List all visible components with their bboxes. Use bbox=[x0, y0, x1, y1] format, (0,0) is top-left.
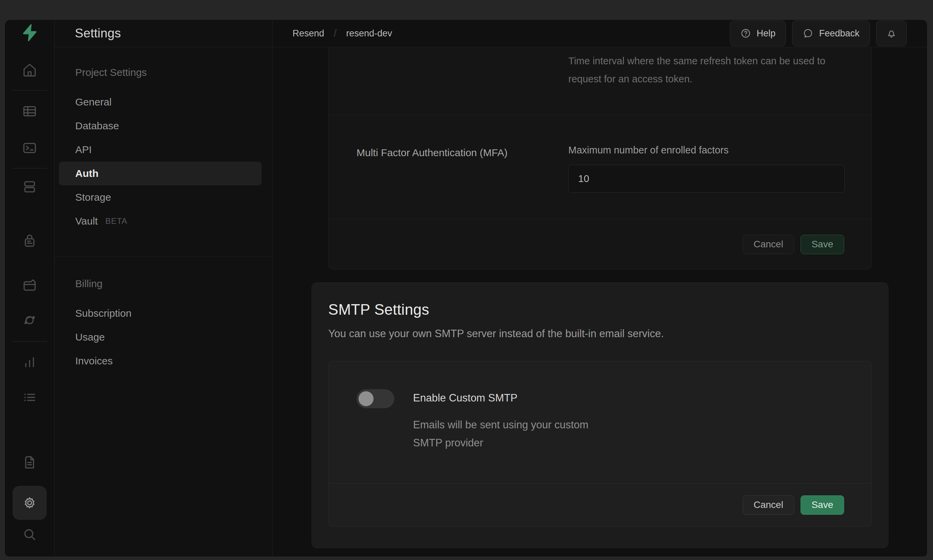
page-title: Settings bbox=[75, 26, 121, 40]
max-enrolled-factors-label: Maximum number of enrolled factors bbox=[568, 145, 845, 156]
bar-chart-icon bbox=[22, 354, 37, 370]
notifications-button[interactable] bbox=[876, 20, 907, 46]
nav-item-auth[interactable]: Auth bbox=[59, 162, 262, 185]
mfa-field-group: Maximum number of enrolled factors bbox=[568, 115, 845, 219]
smtp-settings-description: You can use your own SMTP server instead… bbox=[328, 328, 872, 340]
sidebar-item-storage[interactable] bbox=[5, 277, 54, 293]
header-actions: Help Feedback bbox=[730, 20, 907, 46]
refresh-token-row: Time interval where the same refresh tok… bbox=[328, 47, 871, 115]
smtp-cancel-button[interactable]: Cancel bbox=[743, 495, 794, 515]
list-icon bbox=[22, 389, 37, 405]
smtp-card-footer: Cancel Save bbox=[328, 483, 871, 526]
edge-functions-icon bbox=[22, 312, 37, 328]
rail-divider bbox=[12, 341, 47, 342]
nav-section-billing: Billing bbox=[54, 274, 272, 293]
nav-item-storage[interactable]: Storage bbox=[54, 185, 272, 209]
sidebar-item-logs[interactable] bbox=[5, 389, 54, 405]
icon-rail bbox=[5, 20, 54, 557]
nav-item-subscription[interactable]: Subscription bbox=[54, 302, 272, 325]
refresh-token-help-text: Time interval where the same refresh tok… bbox=[568, 52, 841, 88]
chat-bubble-icon bbox=[803, 28, 813, 39]
rail-divider bbox=[12, 168, 47, 168]
help-circle-icon bbox=[740, 28, 751, 39]
table-icon bbox=[22, 103, 37, 119]
sidebar-item-database[interactable] bbox=[5, 179, 54, 195]
main-column: Resend / resend-dev Help Feedback bbox=[273, 20, 927, 557]
sidebar-item-home[interactable] bbox=[5, 62, 54, 78]
auth-cancel-button[interactable]: Cancel bbox=[743, 235, 794, 254]
sidebar-item-edge-functions[interactable] bbox=[5, 312, 54, 328]
home-icon bbox=[22, 62, 37, 78]
breadcrumb-project[interactable]: resend-dev bbox=[346, 28, 392, 39]
nav-item-vault[interactable]: Vault BETA bbox=[54, 209, 272, 233]
nav-divider bbox=[54, 256, 272, 257]
settings-nav: Settings Project Settings General Databa… bbox=[54, 20, 273, 557]
rail-divider bbox=[12, 90, 47, 91]
sidebar-item-api-docs[interactable] bbox=[5, 455, 54, 470]
nav-item-database[interactable]: Database bbox=[54, 114, 272, 138]
settings-nav-body: Project Settings General Database API Au… bbox=[54, 47, 272, 373]
beta-badge: BETA bbox=[105, 216, 127, 226]
smtp-save-button[interactable]: Save bbox=[800, 495, 844, 515]
search-icon bbox=[22, 527, 37, 542]
database-icon bbox=[22, 179, 37, 195]
content-area: Time interval where the same refresh tok… bbox=[273, 47, 927, 557]
document-icon bbox=[22, 455, 37, 470]
enable-custom-smtp-label: Enable Custom SMTP bbox=[413, 392, 617, 404]
auth-save-button[interactable]: Save bbox=[800, 235, 844, 254]
mfa-row: Multi Factor Authentication (MFA) Maximu… bbox=[328, 115, 871, 219]
nav-item-invoices[interactable]: Invoices bbox=[54, 349, 272, 373]
mfa-section-label: Multi Factor Authentication (MFA) bbox=[356, 115, 568, 219]
sidebar-item-reports[interactable] bbox=[5, 354, 54, 370]
breadcrumb-org[interactable]: Resend bbox=[293, 28, 324, 39]
lock-icon bbox=[22, 233, 37, 249]
sidebar-item-search[interactable] bbox=[5, 527, 54, 542]
nav-section-project-settings: Project Settings bbox=[54, 63, 272, 82]
breadcrumb-separator: / bbox=[334, 28, 336, 39]
enable-custom-smtp-toggle[interactable] bbox=[356, 389, 394, 408]
max-enrolled-factors-input[interactable] bbox=[568, 165, 845, 192]
smtp-settings-panel: SMTP Settings You can use your own SMTP … bbox=[312, 282, 888, 548]
toggle-knob bbox=[359, 391, 373, 406]
feedback-button[interactable]: Feedback bbox=[792, 20, 870, 46]
toggle-text-group: Enable Custom SMTP Emails will be sent u… bbox=[413, 389, 617, 483]
nav-item-general[interactable]: General bbox=[54, 90, 272, 114]
smtp-settings-title: SMTP Settings bbox=[328, 301, 872, 318]
bell-icon bbox=[886, 28, 897, 39]
auth-card-footer: Cancel Save bbox=[328, 219, 871, 269]
enable-custom-smtp-description: Emails will be sent using your custom SM… bbox=[413, 416, 617, 452]
nav-item-usage[interactable]: Usage bbox=[54, 325, 272, 349]
sidebar-item-table-editor[interactable] bbox=[5, 103, 54, 119]
nav-item-api[interactable]: API bbox=[54, 138, 272, 162]
terminal-icon bbox=[22, 140, 37, 156]
folder-icon bbox=[22, 277, 37, 293]
main-header: Resend / resend-dev Help Feedback bbox=[273, 20, 927, 47]
app-window: Settings Project Settings General Databa… bbox=[5, 19, 928, 557]
sidebar-item-sql-editor[interactable] bbox=[5, 140, 54, 156]
gear-icon bbox=[22, 495, 37, 511]
help-button[interactable]: Help bbox=[730, 20, 786, 46]
settings-nav-header: Settings bbox=[54, 20, 272, 47]
smtp-card: Enable Custom SMTP Emails will be sent u… bbox=[328, 361, 872, 527]
auth-settings-card: Time interval where the same refresh tok… bbox=[328, 47, 872, 269]
sidebar-item-authentication[interactable] bbox=[5, 233, 54, 249]
breadcrumb: Resend / resend-dev bbox=[293, 28, 392, 39]
smtp-card-body: Enable Custom SMTP Emails will be sent u… bbox=[328, 361, 871, 483]
sidebar-item-project-settings[interactable] bbox=[12, 486, 47, 520]
supabase-logo[interactable] bbox=[5, 23, 54, 42]
